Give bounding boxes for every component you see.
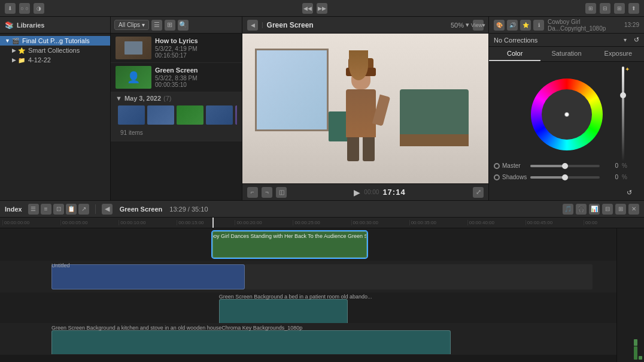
- master-slider-track[interactable]: [530, 165, 600, 167]
- fullscreen-button[interactable]: ⤢: [473, 187, 484, 198]
- shadows-slider-row: Shadows 0 %: [494, 174, 627, 180]
- small-thumb-4[interactable]: [206, 105, 233, 125]
- tab-exposure[interactable]: Exposure: [593, 47, 644, 61]
- import-icon[interactable]: ⬇: [5, 3, 16, 14]
- undo-icon[interactable]: ◀◀: [302, 3, 313, 14]
- timeline-back-icon[interactable]: ◀: [102, 204, 113, 215]
- effects-view-icon[interactable]: ⊞: [615, 204, 626, 215]
- right-leg: [363, 137, 375, 161]
- view-button[interactable]: View ▾: [473, 20, 484, 31]
- clip-block-main[interactable]: Cowboy Girl Dances Standing with Her Bac…: [212, 231, 367, 258]
- small-thumb-5[interactable]: [235, 105, 237, 125]
- audio-icon[interactable]: 🔊: [507, 20, 518, 31]
- person-legs: [347, 137, 375, 161]
- right-arm: [372, 94, 390, 126]
- clip-block-untitled[interactable]: [51, 264, 245, 289]
- clip-duration-green: 00:00:35:10: [155, 82, 237, 88]
- ruler-mark-0: 00:00:00:00: [2, 220, 60, 225]
- list-view-icon[interactable]: ☰: [151, 20, 162, 31]
- preview-controls: ⌐ ¬ ◫ ▶ 00:00 17:14 ⤢: [242, 183, 488, 200]
- corrections-dropdown-icon[interactable]: ▾: [624, 37, 627, 43]
- timeline-roles-icon[interactable]: ≡: [41, 204, 51, 215]
- timeline-list-icon[interactable]: ☰: [28, 204, 39, 215]
- master-slider-thumb[interactable]: [562, 163, 568, 169]
- clip-name-green: Green Screen: [155, 67, 237, 74]
- clip-block-bg[interactable]: [219, 299, 348, 323]
- timeline-notes-icon[interactable]: 📋: [66, 204, 77, 215]
- level-l-low: [634, 339, 637, 346]
- sliders-area: Master 0 % Shadows: [494, 162, 639, 180]
- inspector-icon[interactable]: ⊟: [600, 3, 610, 14]
- clip-appearance-button[interactable]: ◫: [276, 187, 287, 198]
- tab-color[interactable]: Color: [489, 47, 540, 61]
- date-label: ▼ May 3, 2022 (7): [116, 95, 237, 102]
- zoom-dropdown-icon: ▾: [466, 21, 469, 29]
- shadows-unit: %: [622, 174, 627, 180]
- sidebar-item-smart-collections[interactable]: ▶ ⭐ Smart Collections: [0, 46, 110, 55]
- browser-search-icon[interactable]: 🔍: [178, 20, 189, 31]
- track-bg: Green Screen Background a bed in a patie…: [0, 292, 644, 324]
- layout-icon[interactable]: ⊞: [614, 3, 625, 14]
- info-icon[interactable]: ℹ: [533, 20, 544, 31]
- room-window: [255, 49, 329, 131]
- ruler-mark-8: 00:00:40:00: [467, 220, 525, 225]
- clip-view-icon[interactable]: ⊟: [602, 204, 613, 215]
- audio-lanes-icon[interactable]: 🎵: [563, 204, 573, 215]
- level-r-low: [639, 356, 642, 360]
- ruler-mark-4: 00:00:20:00: [235, 220, 293, 225]
- clip-item-first[interactable]: How to Lyrics 5/3/22, 4:19 PM 00:16:50:1…: [111, 34, 242, 63]
- all-clips-button[interactable]: All Clips ▾: [114, 20, 149, 30]
- lightness-slider[interactable]: [619, 67, 627, 162]
- filmstrip-view-icon[interactable]: ⊞: [165, 20, 175, 31]
- date-group-chevron[interactable]: ▼: [116, 95, 122, 102]
- timeline-toolbar: Index ☰ ≡ ⊡ 📋 ↗ ◀ Green Screen 13:29 / 3…: [0, 201, 644, 218]
- workspaces-icon[interactable]: ⊞: [585, 3, 596, 14]
- timeline-ruler: 00:00:00:00 00:00:05:00 00:00:10:00 00:0…: [0, 218, 644, 228]
- mark-in-button[interactable]: ⌐: [247, 187, 258, 198]
- timeline-right-controls: 🎵 🎧 📊 ⊟ ⊞ ✕: [563, 204, 639, 215]
- redo-icon[interactable]: ▶▶: [317, 3, 327, 14]
- prev-clip-icon[interactable]: ◀: [247, 20, 258, 31]
- small-thumb-3[interactable]: [177, 105, 203, 125]
- small-thumb-2[interactable]: [147, 105, 174, 125]
- clip-item-green-screen[interactable]: 👤 Green Screen 5/3/22, 8:38 PM 00:00:35:…: [111, 63, 242, 92]
- clip-thumbnail-first: [116, 37, 151, 59]
- clip-block-kitchen[interactable]: [51, 330, 451, 354]
- reset-button[interactable]: ↺: [634, 36, 639, 44]
- playhead[interactable]: [212, 218, 214, 228]
- timeline-captions-icon[interactable]: ⊡: [53, 204, 64, 215]
- ruler-mark-1: 00:00:05:00: [60, 220, 119, 225]
- mark-out-button[interactable]: ¬: [262, 187, 272, 198]
- reset-color-icon[interactable]: ↺: [627, 189, 632, 197]
- sidebar-header: 📚 Libraries: [0, 17, 110, 34]
- media-icon[interactable]: ○ ○: [19, 3, 30, 14]
- untitled-filmstrip: [145, 266, 150, 288]
- play-button[interactable]: ▶: [354, 188, 360, 197]
- skimming-icon[interactable]: ✕: [628, 204, 639, 215]
- sidebar-item-tutorials[interactable]: ▼ 🎬 Final Cut P...g Tutorials: [0, 36, 110, 46]
- small-thumb-1[interactable]: [118, 105, 145, 125]
- clip-date-first: 5/3/22, 4:19 PM: [155, 46, 237, 52]
- date-group-count: (7): [163, 95, 171, 102]
- sidebar-item-4-12-22[interactable]: ▶ 📁 4-12-22: [0, 55, 110, 65]
- timeline-arrow-icon[interactable]: ↗: [78, 204, 89, 215]
- shadows-slider-track[interactable]: [530, 176, 600, 179]
- waveform-icon[interactable]: 📊: [589, 204, 600, 215]
- date-clips-strip: [116, 102, 237, 128]
- tab-saturation[interactable]: Saturation: [540, 47, 592, 61]
- shadows-slider-thumb[interactable]: [562, 174, 568, 180]
- share-icon[interactable]: ⬆: [628, 3, 639, 14]
- chevron-right-icon: ▶: [12, 47, 16, 53]
- color-board-icon[interactable]: 🎨: [494, 20, 505, 31]
- voiceover-icon[interactable]: ◑: [34, 3, 44, 14]
- zoom-control[interactable]: 50% ▾: [451, 21, 469, 29]
- effects-icon[interactable]: ⭐: [520, 20, 531, 31]
- headphones-icon[interactable]: 🎧: [576, 204, 587, 215]
- shadows-label: Shadows: [494, 174, 527, 180]
- sidebar-item-tutorials-label: Final Cut P...g Tutorials: [22, 37, 90, 44]
- color-wheel[interactable]: [531, 79, 603, 150]
- sidebar-title: Libraries: [17, 22, 44, 29]
- toolbar-left: ⬇ ○ ○ ◑: [5, 3, 44, 14]
- shadows-value: 0: [603, 174, 618, 180]
- preview-video: [242, 34, 488, 183]
